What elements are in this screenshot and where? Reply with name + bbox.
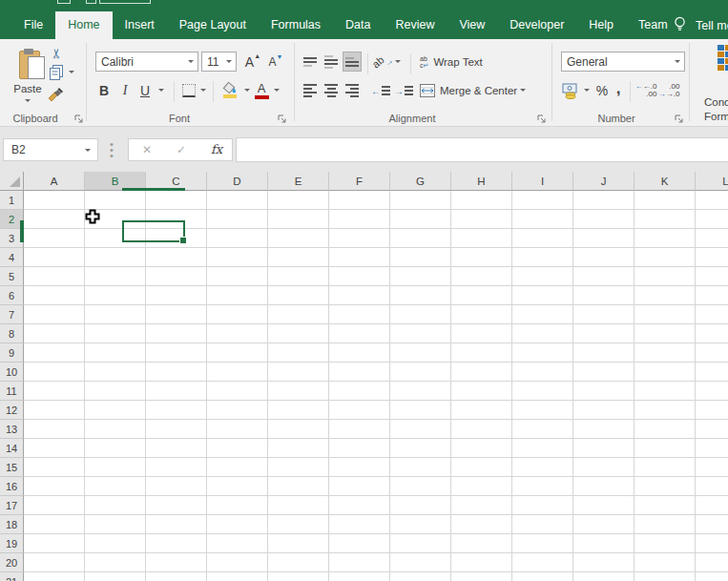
- font-name-combo[interactable]: Calibri: [95, 52, 198, 72]
- increase-decimal-button[interactable]: ←←.0.00: [635, 80, 656, 101]
- row-header-12[interactable]: 12: [0, 401, 24, 420]
- formula-input[interactable]: [236, 137, 728, 162]
- tab-review[interactable]: Review: [383, 11, 447, 39]
- grow-font-button[interactable]: A▲: [242, 52, 263, 72]
- cells-area[interactable]: [24, 191, 728, 581]
- row-header-20[interactable]: 20: [0, 553, 24, 572]
- font-color-button[interactable]: A: [252, 79, 271, 102]
- name-box-dropdown-arrow[interactable]: [85, 149, 91, 152]
- name-box[interactable]: B2: [3, 138, 98, 161]
- row-header-1[interactable]: 1: [0, 191, 24, 210]
- percent-style-button[interactable]: %: [593, 79, 611, 102]
- borders-dropdown-arrow[interactable]: [200, 89, 206, 92]
- font-color-dropdown-arrow[interactable]: [274, 89, 280, 92]
- fill-color-dropdown-arrow[interactable]: [244, 89, 250, 92]
- tab-formulas[interactable]: Formulas: [259, 11, 333, 39]
- select-all-button[interactable]: [0, 172, 24, 191]
- tab-page-layout[interactable]: Page Layout: [167, 11, 259, 39]
- row-header-4[interactable]: 4: [0, 248, 24, 267]
- borders-button[interactable]: [179, 81, 198, 100]
- name-box-resize-handle[interactable]: •••: [110, 141, 114, 158]
- column-header-E[interactable]: E: [268, 172, 329, 191]
- column-header-A[interactable]: A: [24, 172, 85, 191]
- top-align-button[interactable]: [301, 52, 320, 72]
- middle-align-button[interactable]: [322, 52, 341, 72]
- row-header-18[interactable]: 18: [0, 515, 24, 534]
- font-dialog-launcher[interactable]: [278, 114, 287, 124]
- column-header-K[interactable]: K: [634, 172, 696, 191]
- tab-data[interactable]: Data: [333, 11, 383, 39]
- comma-style-button[interactable]: ,: [612, 77, 625, 100]
- alignment-dialog-launcher[interactable]: [537, 114, 547, 124]
- tab-home[interactable]: Home: [55, 11, 112, 39]
- increase-indent-icon: [405, 84, 413, 97]
- row-header-9[interactable]: 9: [0, 343, 24, 363]
- shrink-font-button[interactable]: A▼: [265, 52, 286, 72]
- underline-dropdown-arrow[interactable]: [158, 89, 164, 92]
- underline-button[interactable]: U: [136, 79, 154, 102]
- row-header-10[interactable]: 10: [0, 363, 24, 382]
- row-header-16[interactable]: 16: [0, 477, 24, 496]
- orientation-dropdown-arrow[interactable]: [395, 60, 401, 63]
- decrease-indent-button[interactable]: ←: [370, 79, 391, 102]
- decrease-decimal-button[interactable]: .00→→.0: [658, 80, 679, 101]
- number-format-combo[interactable]: General: [561, 52, 685, 72]
- column-header-F[interactable]: F: [329, 172, 390, 191]
- fill-color-button[interactable]: [218, 79, 242, 102]
- column-header-D[interactable]: D: [207, 172, 268, 191]
- bottom-align-button[interactable]: [343, 52, 362, 72]
- tab-file[interactable]: File: [11, 11, 55, 39]
- fill-handle[interactable]: [179, 237, 187, 244]
- column-header-J[interactable]: J: [573, 172, 634, 191]
- quick-access-redo-icon[interactable]: [99, 0, 151, 4]
- bold-button[interactable]: B: [95, 79, 113, 102]
- enter-button[interactable]: ✓: [177, 143, 186, 156]
- tab-developer[interactable]: Developer: [497, 11, 576, 39]
- increase-indent-button[interactable]: →: [393, 79, 414, 102]
- row-header-19[interactable]: 19: [0, 534, 24, 553]
- align-right-button[interactable]: [343, 79, 362, 102]
- align-left-button[interactable]: [301, 79, 320, 102]
- row-header-8[interactable]: 8: [0, 324, 24, 343]
- row-header-5[interactable]: 5: [0, 267, 24, 286]
- column-header-G[interactable]: G: [390, 172, 451, 191]
- merge-center-button[interactable]: Merge & Center: [420, 79, 517, 102]
- paste-dropdown-arrow[interactable]: [25, 99, 31, 102]
- italic-button[interactable]: I: [117, 79, 133, 102]
- row-header-21[interactable]: 21: [0, 572, 24, 581]
- cancel-button[interactable]: ✕: [142, 143, 152, 156]
- column-header-H[interactable]: H: [451, 172, 512, 191]
- row-header-7[interactable]: 7: [0, 305, 24, 324]
- tell-me[interactable]: Tell me: [674, 11, 728, 39]
- row-header-17[interactable]: 17: [0, 496, 24, 515]
- align-center-button[interactable]: [322, 79, 341, 102]
- cut-button[interactable]: ✂: [46, 45, 67, 62]
- accounting-format-button[interactable]: [561, 79, 582, 102]
- merge-center-label: Merge & Center: [440, 85, 517, 96]
- row-header-13[interactable]: 13: [0, 420, 24, 439]
- format-painter-button[interactable]: [44, 85, 69, 106]
- copy-button[interactable]: [46, 64, 67, 81]
- wrap-text-button[interactable]: abc↵ Wrap Text: [420, 52, 483, 72]
- number-dialog-launcher[interactable]: [675, 114, 684, 124]
- quick-access-undo-icon[interactable]: [86, 0, 96, 4]
- row-header-15[interactable]: 15: [0, 458, 24, 477]
- tab-insert[interactable]: Insert: [113, 11, 167, 39]
- clipboard-dialog-launcher[interactable]: [74, 114, 84, 124]
- quick-access-save-icon[interactable]: [57, 0, 71, 4]
- row-header-11[interactable]: 11: [0, 382, 24, 401]
- row-header-6[interactable]: 6: [0, 286, 24, 305]
- orientation-button[interactable]: ab →: [372, 52, 393, 72]
- merge-center-dropdown-arrow[interactable]: [520, 89, 526, 92]
- column-header-I[interactable]: I: [512, 172, 573, 191]
- accounting-dropdown-arrow[interactable]: [584, 89, 590, 92]
- insert-function-button[interactable]: fx: [211, 142, 222, 156]
- copy-dropdown-arrow[interactable]: [69, 71, 74, 73]
- tab-team[interactable]: Team: [626, 11, 680, 39]
- column-header-L[interactable]: L: [696, 172, 728, 191]
- font-size-combo[interactable]: 11: [201, 52, 237, 72]
- tab-help[interactable]: Help: [576, 11, 626, 39]
- conditional-formatting-button[interactable]: Cond Forma: [699, 43, 728, 123]
- tab-view[interactable]: View: [447, 11, 497, 39]
- row-header-14[interactable]: 14: [0, 439, 24, 458]
